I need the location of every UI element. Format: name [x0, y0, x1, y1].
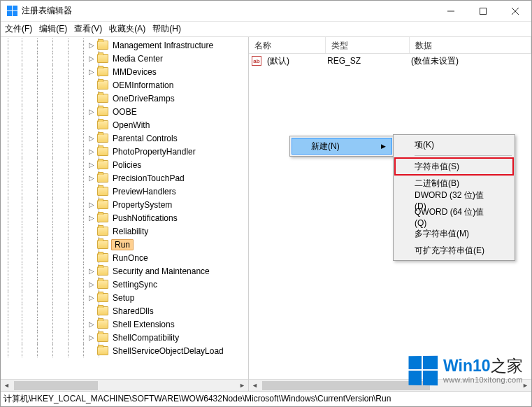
expander-icon[interactable]: ▷ — [87, 108, 96, 116]
tree-item[interactable]: ▷OOBE — [1, 105, 248, 118]
expander-icon — [87, 347, 96, 355]
col-data[interactable]: 数据 — [410, 37, 531, 53]
scroll-right-icon[interactable]: ► — [236, 380, 248, 391]
scroll-thumb[interactable] — [14, 381, 98, 390]
expander-icon[interactable]: ▷ — [87, 214, 96, 222]
expander-icon[interactable]: ▷ — [87, 280, 96, 289]
ctx-submenu-item[interactable]: QWORD (64 位)值(Q) — [395, 208, 513, 225]
folder-icon — [97, 280, 108, 289]
folder-icon — [97, 227, 108, 236]
menu-help[interactable]: 帮助(H) — [152, 23, 181, 35]
tree-item[interactable]: ▷Parental Controls — [1, 131, 248, 145]
tree-item-label: Setup — [111, 293, 136, 303]
submenu-arrow-icon: ▶ — [381, 143, 386, 150]
maximize-button[interactable] — [467, 1, 499, 21]
col-name[interactable]: 名称 — [249, 37, 326, 53]
minimize-button[interactable] — [435, 1, 467, 21]
list-row[interactable]: ab(默认)REG_SZ(数值未设置) — [249, 54, 531, 68]
expander-icon[interactable]: ▷ — [87, 134, 96, 143]
tree-item-label: OEMInformation — [111, 80, 175, 90]
tree-item[interactable]: ShellServiceObjectDelayLoad — [1, 344, 248, 357]
folder-icon — [97, 147, 108, 156]
scroll-left-icon[interactable]: ◄ — [1, 380, 13, 391]
tree-item[interactable]: ▷Setup — [1, 291, 248, 304]
expander-icon[interactable]: ▷ — [87, 334, 96, 342]
tree-item[interactable]: ▷Policies — [1, 158, 248, 171]
folder-icon — [97, 54, 108, 63]
expander-icon[interactable]: ▷ — [87, 267, 96, 276]
folder-icon — [97, 120, 108, 129]
tree-item[interactable]: ▷Management Infrastructure — [1, 38, 248, 52]
scroll-thumb[interactable] — [262, 381, 430, 390]
expander-icon[interactable]: ▷ — [87, 320, 96, 329]
folder-icon — [97, 240, 108, 249]
tree-item[interactable]: ▷PushNotifications — [1, 211, 248, 224]
registry-tree: ▷Management Infrastructure▷Media Center▷… — [1, 37, 248, 357]
expander-icon[interactable]: ▷ — [87, 55, 96, 63]
watermark-brand: Win10之家 — [443, 358, 523, 374]
tree-hscrollbar[interactable]: ◄ ► — [1, 379, 248, 391]
ctx-new-label: 新建(N) — [311, 141, 340, 152]
folder-icon — [97, 213, 108, 222]
tree-item[interactable]: RunOnce — [1, 251, 248, 264]
expander-icon[interactable]: ▷ — [87, 161, 96, 169]
col-type[interactable]: 类型 — [326, 37, 410, 53]
tree-item[interactable]: Reliability — [1, 224, 248, 238]
menu-bar: 文件(F) 编辑(E) 查看(V) 收藏夹(A) 帮助(H) — [1, 22, 531, 37]
close-button[interactable] — [499, 1, 531, 21]
menu-edit[interactable]: 编辑(E) — [39, 23, 67, 35]
menu-file[interactable]: 文件(F) — [5, 23, 32, 35]
tree-item[interactable]: PreviewHandlers — [1, 185, 248, 198]
expander-icon[interactable]: ▷ — [87, 201, 96, 209]
tree-item-label: PreviewHandlers — [111, 187, 178, 197]
windows-logo-icon — [409, 356, 438, 386]
ctx-submenu-item[interactable]: 字符串值(S) — [395, 158, 513, 175]
ctx-submenu-item[interactable]: 项(K) — [395, 136, 513, 153]
tree-item-label: OpenWith — [111, 120, 151, 130]
folder-icon — [97, 173, 108, 183]
tree-item[interactable]: ▷MMDevices — [1, 65, 248, 78]
tree-item-label: Media Center — [111, 54, 164, 64]
context-submenu: 项(K)字符串值(S)二进制值(B)DWORD (32 位)值(D)QWORD … — [393, 134, 515, 261]
expander-icon[interactable]: ▷ — [87, 41, 96, 50]
tree-item[interactable]: ▷Security and Maintenance — [1, 264, 248, 278]
tree-pane: ▷Management Infrastructure▷Media Center▷… — [1, 37, 249, 391]
folder-icon — [97, 253, 108, 262]
tree-item[interactable]: ▷PhotoPropertyHandler — [1, 145, 248, 158]
watermark-url: www.win10xitong.com — [443, 376, 523, 384]
cell-type: REG_SZ — [324, 56, 408, 66]
tree-item[interactable]: ▷SettingSync — [1, 278, 248, 291]
menu-favorites[interactable]: 收藏夹(A) — [109, 23, 145, 35]
expander-icon — [87, 227, 96, 236]
tree-item[interactable]: ▷Shell Extensions — [1, 317, 248, 331]
expander-icon[interactable]: ▷ — [87, 294, 96, 302]
folder-icon — [97, 333, 108, 342]
expander-icon — [87, 187, 96, 196]
folder-icon — [97, 134, 108, 143]
tree-item[interactable]: ▷PrecisionTouchPad — [1, 171, 248, 185]
tree-item-label: PhotoPropertyHandler — [111, 147, 197, 157]
watermark: Win10之家 www.win10xitong.com — [408, 356, 523, 385]
menu-view[interactable]: 查看(V) — [74, 23, 102, 35]
tree-item[interactable]: SharedDlls — [1, 304, 248, 317]
tree-item[interactable]: OpenWith — [1, 118, 248, 131]
expander-icon[interactable]: ▷ — [87, 68, 96, 76]
tree-item[interactable]: ▷ShellCompatibility — [1, 331, 248, 344]
folder-icon — [97, 200, 108, 209]
tree-scroll[interactable]: ▷Management Infrastructure▷Media Center▷… — [1, 37, 248, 379]
tree-item-label: PrecisionTouchPad — [111, 173, 186, 183]
expander-icon[interactable]: ▷ — [87, 174, 96, 183]
tree-item[interactable]: OneDriveRamps — [1, 92, 248, 105]
ctx-submenu-item[interactable]: 可扩充字符串值(E) — [395, 242, 513, 259]
scroll-left-icon[interactable]: ◄ — [249, 380, 261, 391]
ctx-submenu-label: 项(K) — [415, 139, 434, 151]
ctx-new[interactable]: 新建(N) ▶ — [292, 138, 392, 155]
tree-item[interactable]: OEMInformation — [1, 78, 248, 92]
tree-item-label: Run — [111, 239, 134, 250]
ctx-submenu-item[interactable]: 多字符串值(M) — [395, 225, 513, 242]
expander-icon[interactable]: ▷ — [87, 148, 96, 156]
tree-item[interactable]: ▷PropertySystem — [1, 198, 248, 211]
tree-item[interactable]: ▷Media Center — [1, 52, 248, 65]
ctx-submenu-label: 字符串值(S) — [415, 161, 459, 173]
tree-item[interactable]: Run — [1, 238, 248, 251]
